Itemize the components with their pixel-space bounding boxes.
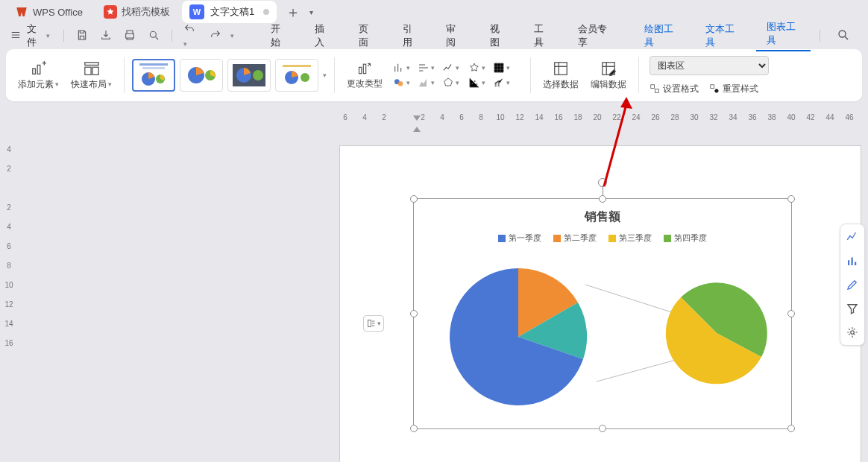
svg-point-0: [150, 31, 156, 37]
app-tab-wps[interactable]: WPS Office: [6, 2, 92, 22]
select-data-button[interactable]: 选择数据: [538, 60, 583, 91]
menu-page[interactable]: 页面: [348, 22, 386, 49]
chart-brush-icon[interactable]: [843, 275, 862, 294]
svg-point-21: [474, 80, 476, 82]
chart-object[interactable]: 销售额 第一季度 第二季度 第三季度 第四季度: [413, 198, 792, 429]
menu-review[interactable]: 审阅: [435, 22, 474, 49]
scatter-icon[interactable]: ▾: [468, 77, 485, 89]
resize-handle[interactable]: [410, 195, 418, 203]
unsaved-dot-icon: [263, 9, 269, 15]
colors-icon[interactable]: ▾: [393, 77, 410, 89]
new-tab-button[interactable]: ＋: [280, 2, 306, 22]
resize-handle[interactable]: [599, 425, 606, 432]
svg-point-15: [301, 73, 309, 82]
app-tab-docer-label: 找稻壳模板: [122, 5, 170, 19]
menu-view[interactable]: 视图: [479, 22, 518, 49]
quick-layout-button[interactable]: 快速布局▾: [66, 60, 116, 91]
change-type-button[interactable]: 更改类型: [342, 61, 387, 90]
svg-point-1: [839, 31, 846, 37]
menu-chart-tools[interactable]: 图表工具: [756, 20, 811, 51]
svg-rect-4: [84, 62, 98, 65]
grid-icon[interactable]: ▾: [493, 62, 510, 74]
app-tab-docer[interactable]: 找稻壳模板: [95, 2, 179, 22]
svg-rect-16: [359, 67, 362, 73]
export-icon[interactable]: [97, 29, 115, 43]
chart-format-grid-2: ▾ ▾ . ▾ ▾ .: [465, 62, 523, 89]
search-icon[interactable]: [829, 28, 858, 44]
svg-point-13: [253, 70, 263, 80]
tab-menu-chevron-icon[interactable]: ▾: [309, 8, 313, 16]
chart-settings-icon[interactable]: [843, 323, 862, 342]
resize-handle[interactable]: [599, 195, 606, 203]
chart-styles-icon[interactable]: [843, 251, 862, 270]
redo-icon[interactable]: [207, 29, 224, 43]
svg-point-22: [476, 83, 477, 85]
menu-start[interactable]: 开始: [260, 22, 298, 49]
style-more-icon[interactable]: ▾: [323, 72, 327, 79]
indent-marker-bottom-icon[interactable]: [413, 127, 421, 133]
svg-rect-28: [655, 89, 659, 93]
hamburger-icon[interactable]: [10, 30, 21, 42]
menu-reference[interactable]: 引用: [392, 22, 430, 49]
main-pie[interactable]: [444, 262, 593, 411]
style-thumb-1[interactable]: [132, 59, 175, 92]
undo-icon[interactable]: ▾: [180, 23, 200, 48]
combo-icon[interactable]: ▾: [493, 77, 510, 89]
document-page: 销售额 第一季度 第二季度 第三季度 第四季度: [339, 145, 861, 462]
chart-legend[interactable]: 第一季度 第二季度 第三季度 第四季度: [414, 232, 791, 244]
chart-filter-icon[interactable]: [843, 299, 862, 318]
document-tab[interactable]: W 文字文稿1: [182, 1, 277, 23]
svg-rect-35: [855, 262, 856, 266]
menu-draw-tools[interactable]: 绘图工具: [634, 22, 689, 49]
sub-pie[interactable]: [664, 281, 769, 385]
svg-rect-5: [84, 67, 90, 75]
style-thumb-3[interactable]: [227, 59, 271, 92]
star-icon[interactable]: ▾: [468, 62, 485, 74]
layout-options-button[interactable]: ▾: [363, 315, 384, 332]
style-thumb-4[interactable]: [275, 59, 318, 92]
svg-rect-25: [555, 62, 567, 75]
svg-rect-17: [363, 64, 365, 74]
resize-handle[interactable]: [787, 195, 795, 203]
svg-point-20: [471, 83, 473, 84]
svg-rect-27: [651, 85, 655, 89]
file-menu[interactable]: 文件▾: [27, 22, 50, 49]
document-tab-label: 文字文稿1: [210, 5, 254, 19]
edit-data-button[interactable]: 编辑数据: [586, 60, 631, 91]
line-icon[interactable]: ▾: [442, 62, 459, 74]
style-thumb-2[interactable]: [180, 59, 223, 92]
qa-more-icon[interactable]: ▾: [230, 32, 234, 39]
radar-icon[interactable]: ▾: [442, 77, 459, 89]
svg-rect-34: [852, 258, 853, 266]
svg-rect-6: [92, 67, 98, 75]
vertical-ruler: 42246810121416: [2, 145, 16, 358]
app-tab-wps-label: WPS Office: [33, 7, 83, 18]
menu-insert[interactable]: 插入: [304, 22, 342, 49]
print-icon[interactable]: [121, 29, 139, 43]
indent-marker-top-icon[interactable]: [413, 116, 421, 121]
menu-text-tools[interactable]: 文本工具: [695, 22, 750, 49]
chart-area-select[interactable]: 图表区: [650, 56, 769, 75]
svg-rect-2: [32, 69, 35, 74]
svg-point-36: [851, 331, 855, 335]
save-icon[interactable]: [73, 29, 91, 43]
svg-rect-29: [711, 85, 714, 89]
chart-style-gallery[interactable]: ▾: [132, 59, 327, 92]
chart-elements-icon[interactable]: [843, 227, 862, 247]
add-element-button[interactable]: 添加元素▾: [13, 60, 63, 91]
reset-style-button[interactable]: 重置样式: [709, 83, 758, 95]
chart-format-grid: ▾ ▾ ▾ ▾ ▾ ▾: [390, 62, 462, 89]
chart-title[interactable]: 销售额: [414, 209, 791, 225]
bars-icon[interactable]: ▾: [393, 62, 410, 74]
svg-point-19: [398, 81, 403, 86]
preview-icon[interactable]: [145, 29, 163, 43]
set-format-button[interactable]: 设置格式: [650, 83, 699, 95]
resize-handle[interactable]: [410, 425, 418, 432]
hbars-icon[interactable]: ▾: [418, 62, 435, 74]
ribbon: 添加元素▾ 快速布局▾ ▾ 更改类型 ▾ ▾ ▾ ▾ ▾ ▾: [6, 49, 862, 101]
resize-handle[interactable]: [787, 425, 795, 432]
area-icon[interactable]: ▾: [418, 77, 435, 89]
chart-side-toolbar: [840, 224, 865, 346]
menu-member[interactable]: 会员专享: [567, 22, 623, 49]
menu-tools[interactable]: 工具: [523, 22, 562, 49]
